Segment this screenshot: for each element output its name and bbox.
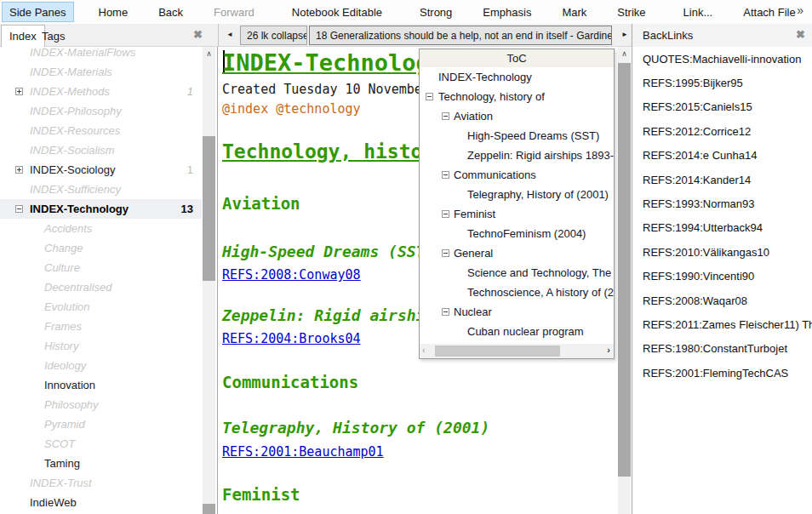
- backlink-item[interactable]: REFS:2001:FlemingTechCAS: [632, 361, 812, 385]
- sidebar-item-ideology[interactable]: Ideology: [0, 356, 202, 375]
- link-beauchamp[interactable]: REFS:2001:Beauchamp01: [222, 444, 384, 460]
- sidebar-item-culture[interactable]: Culture: [0, 258, 202, 277]
- sidebar-item-philosophy2[interactable]: Philosophy: [0, 395, 202, 414]
- toc-item[interactable]: Feminist: [420, 204, 614, 224]
- scroll-up-icon[interactable]: ∧: [618, 47, 631, 60]
- forward-button[interactable]: Forward: [201, 2, 267, 22]
- link-button[interactable]: Link...: [671, 2, 726, 22]
- toc-item[interactable]: Technology, history of: [420, 87, 614, 106]
- sidebar-item-resources[interactable]: INDEX-Resources: [0, 121, 202, 140]
- emphasis-button[interactable]: Emphasis: [470, 2, 544, 22]
- sidebar-item-socialism[interactable]: INDEX-Socialism: [0, 140, 202, 160]
- sidebar-item-innovation[interactable]: Innovation: [0, 375, 202, 395]
- toc-item[interactable]: INDEX-Technology: [420, 67, 614, 87]
- backlink-item[interactable]: REFS:2008:Waqar08: [632, 288, 812, 312]
- editor-scrollbar[interactable]: ∧: [618, 47, 631, 514]
- toc-item[interactable]: Zeppelin: Rigid airships 1893-1940: [420, 146, 614, 165]
- notebook-editable-button[interactable]: Notebook Editable: [279, 2, 395, 22]
- strike-button[interactable]: Strike: [604, 2, 658, 22]
- backlink-item[interactable]: REFS:1995:Bijker95: [632, 71, 812, 94]
- toc-item[interactable]: Cuban nuclear program: [420, 322, 614, 341]
- collapse-icon[interactable]: [442, 112, 449, 120]
- backlink-item[interactable]: REFS:2014:e Cunha14: [632, 144, 812, 168]
- scrollbar-thumb[interactable]: [435, 346, 560, 357]
- expand-icon[interactable]: [15, 88, 23, 95]
- toc-item[interactable]: Communications: [420, 165, 614, 185]
- backlink-item[interactable]: QUOTES:Machiavelli-innovation: [632, 47, 812, 71]
- backlink-item[interactable]: REFS:1990:Vincenti90: [632, 265, 812, 288]
- collapse-icon[interactable]: [442, 210, 449, 218]
- collapse-icon[interactable]: [15, 205, 23, 213]
- sidebar-item-pyramid[interactable]: Pyramid: [0, 414, 202, 434]
- toc-item[interactable]: Telegraphy, History of (2001): [420, 185, 614, 204]
- toc-popup: ToC INDEX-Technology Technology, history…: [419, 49, 615, 359]
- toc-horizontal-scrollbar[interactable]: ‹ ›: [420, 344, 614, 358]
- sidebar-item-methods[interactable]: INDEX-Methods1: [0, 82, 202, 101]
- sidebar-item-materials[interactable]: INDEX-Materials: [0, 62, 202, 82]
- scroll-down-button[interactable]: [203, 504, 215, 514]
- sidebar-item-taming[interactable]: Taming: [0, 454, 202, 473]
- backlink-item[interactable]: REFS:2015:Caniels15: [632, 95, 812, 119]
- sidebar-item-sufficiency[interactable]: INDEX-Sufficiency: [0, 180, 202, 199]
- heading-communications: Communications: [222, 373, 358, 391]
- backlink-item[interactable]: REFS:1994:Utterback94: [632, 216, 812, 240]
- sidebar-item-evolution[interactable]: Evolution: [0, 297, 202, 317]
- close-icon[interactable]: ✖: [193, 28, 203, 41]
- sidebar-item-frames[interactable]: Frames: [0, 317, 202, 336]
- side-panes-button[interactable]: Side Panes: [2, 2, 74, 22]
- item-count: 13: [181, 203, 193, 215]
- expand-icon[interactable]: [15, 166, 23, 174]
- link-brooks[interactable]: REFS:2004:Brooks04: [222, 331, 361, 346]
- heading-highspeed: High-Speed Dreams (SST): [222, 243, 434, 260]
- strong-button[interactable]: Strong: [407, 2, 465, 22]
- home-button[interactable]: Home: [86, 2, 141, 22]
- sidebar-item-sociology[interactable]: INDEX-Sociology1: [0, 160, 202, 180]
- scrollbar-thumb[interactable]: [618, 63, 631, 477]
- mark-button[interactable]: Mark: [549, 2, 599, 22]
- backlink-item[interactable]: REFS:2011:Zames Fleischer11) The ...: [632, 312, 812, 336]
- link-conway[interactable]: REFS:2008:Conway08: [222, 267, 361, 283]
- sidebar-item-change[interactable]: Change: [0, 238, 202, 258]
- sidebar-item-history[interactable]: History: [0, 336, 202, 356]
- scroll-up-icon[interactable]: ∧: [203, 47, 215, 60]
- doc-tab-generalizations[interactable]: 18 Generalizations should be a help, not…: [309, 26, 612, 45]
- scroll-right-icon[interactable]: ›: [607, 345, 610, 355]
- sidebar-item-philosophy[interactable]: INDEX-Philosophy: [0, 101, 202, 121]
- backlink-item[interactable]: REFS:1980:ConstantTurbojet: [632, 337, 812, 361]
- toc-item[interactable]: High-Speed Dreams (SST): [420, 126, 614, 146]
- toc-item[interactable]: Technoscience, A history of (2017): [420, 283, 614, 302]
- tab-row: Index Tags ✖ ◄ 26 lk collapse 18 General…: [0, 24, 812, 47]
- collapse-icon[interactable]: [442, 249, 449, 257]
- collapse-icon[interactable]: [426, 93, 433, 100]
- toc-item[interactable]: Science and Technology, The History: [420, 263, 614, 283]
- backlink-item[interactable]: REFS:2010:Välikangas10: [632, 240, 812, 264]
- toc-item[interactable]: TechnoFeminism (2004): [420, 224, 614, 243]
- backlink-item[interactable]: REFS:2014:Kander14: [632, 168, 812, 191]
- item-count: 1: [187, 163, 193, 176]
- heading-feminist: Feminist: [222, 485, 300, 504]
- tab-scroll-right-icon[interactable]: ►: [621, 31, 628, 38]
- sidebar-item-materialflows[interactable]: INDEX-MaterialFlows: [0, 47, 202, 62]
- toolbar-overflow-icon[interactable]: »: [797, 3, 803, 17]
- doc-tab-collapse[interactable]: 26 lk collapse: [240, 26, 307, 45]
- scroll-left-icon[interactable]: ‹: [422, 345, 426, 355]
- toc-item[interactable]: Aviation: [420, 106, 614, 126]
- collapse-icon[interactable]: [442, 308, 449, 316]
- sidebar-item-technology[interactable]: INDEX-Technology13: [0, 199, 202, 219]
- scrollbar-thumb[interactable]: [203, 136, 215, 281]
- backlink-item[interactable]: REFS:1993:Norman93: [632, 191, 812, 215]
- toc-item[interactable]: General: [420, 243, 614, 263]
- sidebar-item-indieweb[interactable]: IndieWeb: [0, 493, 202, 512]
- sidebar-scrollbar[interactable]: ∧: [203, 47, 215, 514]
- toc-item[interactable]: Nuclear: [420, 302, 614, 322]
- sidebar-item-decentralised[interactable]: Decentralised: [0, 277, 202, 297]
- tab-scroll-left-icon[interactable]: ◄: [226, 31, 233, 38]
- sidebar-item-trust[interactable]: INDEX-Trust: [0, 473, 202, 493]
- collapse-icon[interactable]: [442, 171, 449, 179]
- tab-tags[interactable]: Tags: [34, 26, 72, 47]
- close-icon[interactable]: ✖: [796, 28, 805, 41]
- sidebar-item-accidents[interactable]: Accidents: [0, 219, 202, 238]
- sidebar-item-scot[interactable]: SCOT: [0, 434, 202, 454]
- backlink-item[interactable]: REFS:2012:Corrice12: [632, 119, 812, 143]
- back-button[interactable]: Back: [146, 2, 196, 22]
